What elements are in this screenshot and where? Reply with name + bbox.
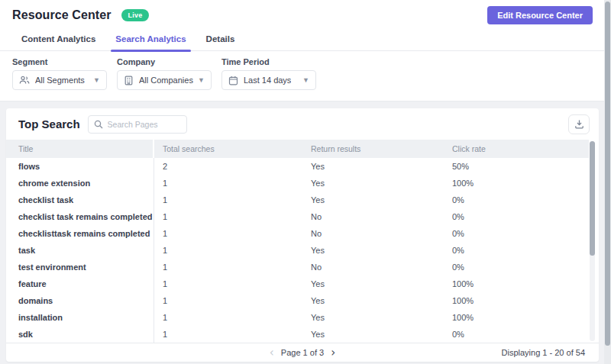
row-total-searches: 1 [154,313,309,322]
row-total-searches: 1 [154,296,309,305]
row-return-results: No [309,212,451,221]
table-row: installation 1 Yes 100% [6,309,589,326]
column-header-click-rate: Click rate [451,144,589,153]
users-icon [19,76,30,85]
table-row: task 1 Yes 0% [6,242,589,259]
tab-search-analytics[interactable]: Search Analytics [111,31,190,50]
time-period-dropdown[interactable]: Last 14 days ▼ [221,70,316,90]
segment-value: All Segments [35,76,85,85]
row-return-results: Yes [309,330,451,339]
search-icon [94,120,103,129]
tab-content-analytics[interactable]: Content Analytics [17,31,100,50]
row-title: checklisttask remains completed [6,225,154,242]
chevron-down-icon: ▼ [93,76,100,84]
row-return-results: Yes [309,246,451,255]
row-total-searches: 2 [154,162,309,171]
card-footer: ‹ Page 1 of 3 › Displaying 1 - 20 of 54 [6,343,599,362]
edit-resource-center-button[interactable]: Edit Resource Center [487,6,593,24]
time-period-filter-label: Time Period [221,57,316,66]
row-click-rate: 0% [451,330,589,339]
row-title: checklist task [6,192,154,208]
page-scrollbar-thumb[interactable] [605,2,610,346]
segment-filter-label: Segment [12,57,107,66]
row-title: installation [6,309,154,326]
row-total-searches: 1 [154,179,309,188]
tab-bar: Content Analytics Search Analytics Detai… [0,31,611,51]
table-row: checklist task 1 Yes 0% [6,192,589,208]
table-body: flows 2 Yes 50% chrome extension 1 Yes 1… [6,158,599,343]
row-total-searches: 1 [154,330,309,339]
displaying-count: Displaying 1 - 20 of 54 [502,348,585,357]
table-scrollbar-thumb[interactable] [590,141,595,256]
table-row: checklist task remains completed 1 No 0% [6,208,589,225]
pagination: ‹ Page 1 of 3 › [270,347,335,359]
row-click-rate: 0% [451,195,589,205]
row-click-rate: 100% [451,296,589,305]
row-click-rate: 50% [451,162,589,171]
table-row: checklisttask remains completed 1 No 0% [6,225,589,242]
download-icon [574,119,584,129]
row-total-searches: 1 [154,263,309,272]
row-title: chrome extension [6,175,154,192]
table-row: test environment 1 No 0% [6,259,589,275]
next-page-icon[interactable]: › [331,347,335,359]
column-header-return-results: Return results [309,144,451,153]
card-title: Top Search [18,118,80,130]
row-title: test environment [6,259,154,275]
chevron-down-icon: ▼ [198,76,205,84]
row-click-rate: 0% [451,229,589,238]
row-return-results: No [309,263,451,272]
column-header-total-searches: Total searches [154,144,309,153]
calendar-icon [228,76,238,85]
row-return-results: Yes [309,195,451,205]
segment-filter: Segment All Segments ▼ [12,57,107,90]
time-period-value: Last 14 days [244,76,291,85]
search-input[interactable] [108,120,181,129]
row-title: flows [6,158,154,175]
row-total-searches: 1 [154,229,309,238]
page-header: Resource Center Live Edit Resource Cente… [0,0,611,31]
table-row: domains 1 Yes 100% [6,292,589,309]
building-icon [124,76,134,85]
status-badge: Live [121,9,150,21]
segment-dropdown[interactable]: All Segments ▼ [12,70,107,90]
card-header: Top Search [6,108,599,140]
company-dropdown[interactable]: All Companies ▼ [117,70,212,90]
row-title: sdk [6,326,154,343]
company-filter-label: Company [117,57,212,66]
row-return-results: Yes [309,313,451,322]
row-click-rate: 0% [451,246,589,255]
row-return-results: Yes [309,179,451,188]
row-total-searches: 1 [154,195,309,205]
table-row: chrome extension 1 Yes 100% [6,175,589,192]
table-header-row: Title Total searches Return results Clic… [6,140,589,158]
row-title: checklist task remains completed [6,208,154,225]
row-title: task [6,242,154,259]
page-indicator: Page 1 of 3 [281,348,324,357]
time-period-filter: Time Period Last 14 days ▼ [221,57,316,90]
table-scrollbar-track[interactable] [590,141,595,341]
row-click-rate: 100% [451,313,589,322]
download-button[interactable] [568,114,590,134]
column-header-title: Title [6,140,154,158]
chevron-down-icon: ▼ [302,76,309,84]
table-row: feature 1 Yes 100% [6,275,589,292]
row-total-searches: 1 [154,279,309,288]
row-click-rate: 100% [451,279,589,288]
row-total-searches: 1 [154,246,309,255]
row-title: domains [6,292,154,309]
page-scrollbar-track[interactable] [604,0,611,364]
row-return-results: No [309,229,451,238]
row-return-results: Yes [309,279,451,288]
row-title: feature [6,275,154,292]
tab-details[interactable]: Details [202,31,240,50]
row-click-rate: 100% [451,179,589,188]
row-return-results: Yes [309,296,451,305]
top-search-table: Title Total searches Return results Clic… [6,140,599,343]
row-click-rate: 0% [451,263,589,272]
company-value: All Companies [139,76,193,85]
table-row: flows 2 Yes 50% [6,158,589,175]
top-search-card: Top Search Title Total searches Return r… [6,108,599,362]
previous-page-icon[interactable]: ‹ [270,347,274,359]
page-title: Resource Center [12,8,112,22]
